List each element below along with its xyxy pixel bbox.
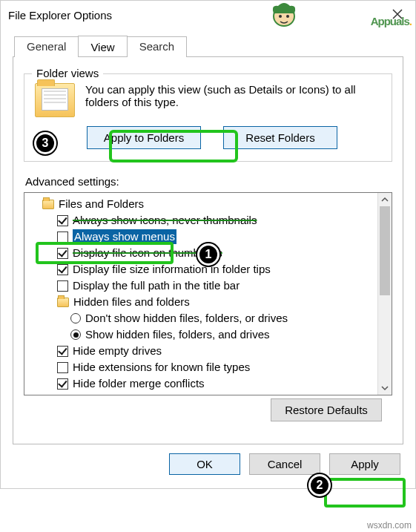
checkbox-icon[interactable] (57, 231, 68, 243)
opt-label: Display file icon on thumbnails (73, 246, 222, 260)
opt-label: Always show icons, never thumbnails (73, 213, 257, 228)
apply-button[interactable]: Apply (329, 453, 400, 475)
opt-label: Don't show hidden files, folders, or dri… (85, 311, 288, 326)
checkbox-icon[interactable] (57, 248, 68, 259)
opt-label: Hide folder merge conflicts (73, 376, 205, 391)
folder-icon (35, 83, 75, 117)
opt-hide-extensions[interactable]: Hide extensions for known file types (27, 359, 376, 375)
folder-views-legend: Folder views (32, 67, 103, 79)
scroll-up-button[interactable] (378, 193, 392, 206)
scroll-thumb[interactable] (380, 206, 390, 295)
opt-label: Show hidden files, folders, and drives (85, 327, 269, 342)
opt-file-size-tips[interactable]: Display file size information in folder … (27, 261, 376, 278)
scroll-down-button[interactable] (378, 381, 392, 395)
advanced-settings-label: Advanced settings: (25, 175, 392, 188)
opt-label: Always show menus (73, 229, 176, 244)
opt-full-path-title[interactable]: Display the full path in the title bar (27, 278, 376, 294)
opt-label: Hide protected operating system files (R… (73, 393, 342, 395)
opt-dont-show-hidden[interactable]: Don't show hidden files, folders, or dri… (27, 310, 376, 326)
radio-icon[interactable] (70, 313, 81, 324)
opt-hide-empty-drives[interactable]: Hide empty drives (27, 343, 376, 359)
opt-hide-merge-conflicts[interactable]: Hide folder merge conflicts (27, 375, 376, 392)
opt-show-hidden[interactable]: Show hidden files, folders, and drives (27, 326, 376, 343)
tree-hidden-files: Hidden files and folders (27, 294, 376, 310)
opt-label: Display file size information in folder … (73, 262, 271, 277)
reset-folders-button[interactable]: Reset Folders (223, 126, 337, 149)
opt-label: Hidden files and folders (73, 295, 190, 309)
ok-button[interactable]: OK (169, 453, 240, 475)
folder-views-desc: You can apply this view (such as Details… (85, 83, 381, 117)
opt-always-icons[interactable]: Always show icons, never thumbnails (27, 212, 376, 229)
window-title: File Explorer Options (8, 9, 112, 22)
close-icon (392, 8, 403, 20)
close-button[interactable] (387, 7, 408, 24)
dialog-window: File Explorer Options General View Searc… (0, 0, 416, 489)
checkbox-icon[interactable] (57, 362, 68, 373)
source-mark: wsxdn.com (367, 520, 412, 531)
tree-root-label: Files and Folders (59, 197, 144, 211)
opt-label: Hide extensions for known file types (73, 360, 250, 375)
folder-icon (57, 298, 69, 307)
checkbox-icon[interactable] (57, 280, 68, 292)
tree-root: Files and Folders (27, 196, 376, 212)
advanced-settings-list[interactable]: Files and Folders Always show icons, nev… (24, 192, 392, 395)
opt-label: Hide empty drives (73, 344, 162, 358)
opt-display-icon-thumb[interactable]: Display file icon on thumbnails (27, 245, 376, 261)
tab-general[interactable]: General (14, 36, 79, 57)
titlebar: File Explorer Options (1, 1, 415, 28)
radio-icon[interactable] (70, 329, 81, 340)
tab-search[interactable]: Search (127, 36, 188, 57)
checkbox-icon[interactable] (57, 264, 68, 275)
checkbox-icon[interactable] (57, 215, 68, 226)
cancel-button[interactable]: Cancel (249, 453, 320, 475)
checkbox-icon[interactable] (57, 378, 68, 390)
chevron-down-icon (381, 384, 389, 392)
tab-view[interactable]: View (78, 36, 127, 56)
apply-to-folders-button[interactable]: Apply to Folders (87, 126, 201, 149)
tree-content: Files and Folders Always show icons, nev… (24, 193, 377, 395)
opt-hide-protected-os[interactable]: Hide protected operating system files (R… (27, 392, 376, 395)
chevron-up-icon (381, 196, 389, 203)
tab-strip: General View Search (14, 36, 415, 56)
folder-views-group: Folder views You can apply this view (su… (24, 73, 392, 162)
folder-icon (42, 200, 54, 209)
checkbox-icon[interactable] (57, 346, 68, 357)
checkbox-icon[interactable] (57, 395, 68, 395)
restore-defaults-button[interactable]: Restore Defaults (271, 398, 382, 421)
opt-label: Display the full path in the title bar (73, 278, 240, 293)
tab-panel-view: Folder views You can apply this view (su… (13, 56, 403, 444)
opt-always-menus[interactable]: Always show menus (27, 229, 376, 245)
scrollbar[interactable] (377, 193, 392, 395)
